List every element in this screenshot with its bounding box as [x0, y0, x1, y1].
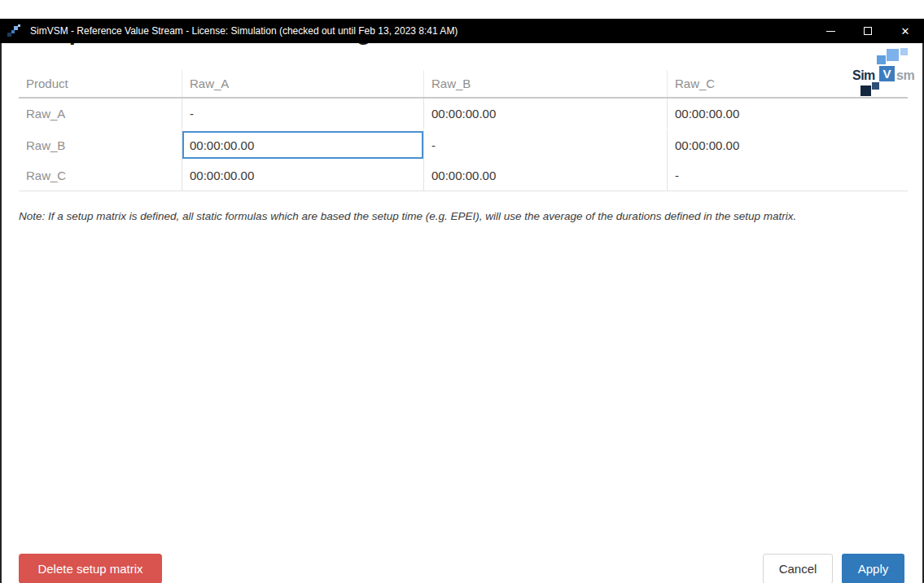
maximize-button[interactable]: [849, 19, 887, 43]
close-icon: ✕: [901, 26, 910, 37]
matrix-cell-focused: [182, 129, 423, 160]
cancel-button[interactable]: Cancel: [763, 554, 833, 583]
setup-matrix-note: Note: If a setup matrix is defined, all …: [19, 210, 922, 222]
matrix-cell[interactable]: 00:00:00.00: [667, 129, 908, 160]
close-button[interactable]: ✕: [887, 19, 924, 43]
apply-button[interactable]: Apply: [842, 554, 904, 583]
column-header-raw-b: Raw_B: [423, 70, 667, 97]
dialog-window: SimVSM - Reference Value Stream - Licens…: [0, 19, 924, 583]
table-row-raw-b: Raw_B - 00:00:00.00: [19, 129, 908, 160]
matrix-cell[interactable]: -: [667, 160, 908, 191]
matrix-cell[interactable]: -: [182, 99, 423, 129]
titlebar: SimVSM - Reference Value Stream - Licens…: [0, 19, 924, 43]
setup-time-input[interactable]: [182, 131, 423, 159]
logo-square-darkblue: [872, 82, 879, 90]
logo-v-square: V: [879, 66, 895, 81]
logo-square-lightest: [900, 48, 908, 55]
column-header-product: Product: [19, 70, 182, 97]
column-header-raw-a: Raw_A: [182, 70, 423, 97]
logo-square-medium: [877, 55, 886, 64]
matrix-cell[interactable]: 00:00:00.00: [182, 160, 423, 191]
matrix-cell[interactable]: -: [423, 129, 667, 160]
setup-matrix-table: Product Raw_A Raw_B Raw_C Raw_A - 00:00:…: [19, 70, 908, 191]
app-logo-icon: [7, 24, 20, 37]
simvsm-logo: Sim V sm: [851, 48, 919, 97]
row-label: Raw_A: [19, 99, 182, 129]
table-row-raw-c: Raw_C 00:00:00.00 00:00:00.00 -: [19, 160, 908, 191]
logo-text-sim: Sim: [852, 68, 875, 83]
logo-text-sm: sm: [896, 68, 914, 83]
matrix-cell[interactable]: 00:00:00.00: [667, 99, 908, 129]
window-controls: ✕: [812, 19, 924, 43]
minimize-button[interactable]: [812, 19, 849, 43]
minimize-icon: [826, 31, 835, 32]
delete-setup-matrix-button[interactable]: Delete setup matrix: [19, 554, 162, 583]
row-label: Raw_C: [19, 160, 182, 191]
matrix-cell[interactable]: 00:00:00.00: [423, 99, 667, 129]
logo-square-dark: [861, 85, 871, 96]
logo-square-light: [887, 49, 899, 61]
table-header-row: Product Raw_A Raw_B Raw_C: [19, 70, 908, 97]
row-label: Raw_B: [19, 129, 182, 160]
matrix-cell[interactable]: 00:00:00.00: [423, 160, 667, 191]
maximize-icon: [864, 27, 872, 35]
table-row-raw-a: Raw_A - 00:00:00.00 00:00:00.00: [19, 99, 908, 129]
window-title: SimVSM - Reference Value Stream - Licens…: [30, 25, 458, 37]
